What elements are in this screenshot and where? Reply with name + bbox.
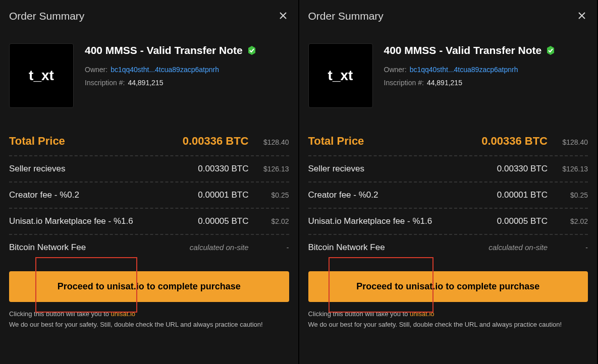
item-thumbnail: t_xt <box>308 43 373 108</box>
network-fee-row: Bitcoin Network Fee calculated on-site - <box>308 235 588 260</box>
creator-usd: $0.25 <box>559 191 588 199</box>
item-title-row: 400 MMSS - Valid Transfer Note <box>85 44 289 56</box>
item-info: 400 MMSS - Valid Transfer Note Owner: bc… <box>384 43 588 108</box>
network-label: Bitcoin Network Fee <box>9 242 190 253</box>
owner-address-link[interactable]: bc1qq40stht...4tcua89zacp6atpnrh <box>410 66 518 74</box>
proceed-button[interactable]: Proceed to unisat.io to complete purchas… <box>308 271 588 302</box>
market-label: Unisat.io Marketplace fee - %1.6 <box>9 216 198 226</box>
inscription-row: Inscription #: 44,891,215 <box>85 79 289 87</box>
total-usd: $128.40 <box>260 138 289 146</box>
svg-marker-1 <box>547 46 554 55</box>
market-btc: 0.00005 BTC <box>198 216 248 226</box>
creator-fee-row: Creator fee - %0.2 0.00001 BTC $0.25 <box>9 183 289 208</box>
panel-header: Order Summary <box>308 9 588 23</box>
close-icon <box>279 12 287 20</box>
inscription-number: 44,891,215 <box>427 79 462 87</box>
disclaimer-prefix: Clicking this button will take you to <box>9 310 111 318</box>
item-row: t_xt 400 MMSS - Valid Transfer Note Owne… <box>308 43 588 108</box>
total-usd: $128.40 <box>559 138 588 146</box>
network-usd: - <box>559 244 588 252</box>
network-note: calculated on-site <box>488 243 548 252</box>
seller-row: Seller recieves 0.00330 BTC $126.13 <box>308 156 588 181</box>
item-title-row: 400 MMSS - Valid Transfer Note <box>384 44 588 56</box>
seller-label: Seller recieves <box>308 164 497 174</box>
seller-label: Seller recieves <box>9 164 198 174</box>
owner-address-link[interactable]: bc1qq40stht...4tcua89zacp6atpnrh <box>111 66 219 74</box>
panel-header: Order Summary <box>9 9 289 23</box>
market-usd: $2.02 <box>260 217 289 225</box>
owner-label: Owner: <box>384 66 407 74</box>
close-button[interactable] <box>576 9 588 23</box>
network-note: calculated on-site <box>190 243 249 252</box>
verified-badge-icon <box>546 45 556 55</box>
item-title: 400 MMSS - Valid Transfer Note <box>85 44 243 56</box>
close-icon <box>578 12 586 20</box>
item-info: 400 MMSS - Valid Transfer Note Owner: bc… <box>85 43 289 108</box>
disclaimer-prefix: Clicking this button will take you to <box>308 310 410 318</box>
item-row: t_xt 400 MMSS - Valid Transfer Note Owne… <box>9 43 289 108</box>
item-title: 400 MMSS - Valid Transfer Note <box>384 44 542 56</box>
network-fee-row: Bitcoin Network Fee calculated on-site - <box>9 235 289 260</box>
order-summary-panel-right: Order Summary t_xt 400 MMSS - Valid Tran… <box>299 0 599 364</box>
total-price-row: Total Price 0.00336 BTC $128.40 <box>9 127 289 155</box>
owner-row: Owner: bc1qq40stht...4tcua89zacp6atpnrh <box>384 66 588 74</box>
proceed-wrap: Proceed to unisat.io to complete purchas… <box>9 271 289 302</box>
disclaimer-line2: We do our best for your safety. Still, d… <box>308 321 562 328</box>
inscription-number: 44,891,215 <box>128 79 163 87</box>
seller-usd: $126.13 <box>559 165 588 173</box>
close-button[interactable] <box>277 9 289 23</box>
total-label: Total Price <box>308 135 482 148</box>
inscription-row: Inscription #: 44,891,215 <box>384 79 588 87</box>
market-label: Unisat.io Marketplace fee - %1.6 <box>308 216 497 226</box>
svg-marker-0 <box>248 46 255 55</box>
inscription-label: Inscription #: <box>384 79 424 87</box>
creator-usd: $0.25 <box>260 191 289 199</box>
proceed-button[interactable]: Proceed to unisat.io to complete purchas… <box>9 271 289 302</box>
creator-btc: 0.00001 BTC <box>497 190 548 200</box>
panel-title: Order Summary <box>308 10 384 22</box>
seller-usd: $126.13 <box>260 165 289 173</box>
seller-btc: 0.00330 BTC <box>198 164 248 174</box>
marketplace-fee-row: Unisat.io Marketplace fee - %1.6 0.00005… <box>9 209 289 234</box>
item-thumbnail: t_xt <box>9 43 74 108</box>
market-btc: 0.00005 BTC <box>497 216 548 226</box>
order-summary-panel-left: Order Summary t_xt 400 MMSS - Valid Tran… <box>0 0 299 364</box>
disclaimer: Clicking this button will take you to un… <box>308 309 588 330</box>
seller-btc: 0.00330 BTC <box>497 164 548 174</box>
creator-btc: 0.00001 BTC <box>198 190 248 200</box>
disclaimer-line2: We do our best for your safety. Still, d… <box>9 321 263 328</box>
inscription-label: Inscription #: <box>85 79 125 87</box>
owner-label: Owner: <box>85 66 107 74</box>
seller-row: Seller recieves 0.00330 BTC $126.13 <box>9 156 289 181</box>
proceed-wrap: Proceed to unisat.io to complete purchas… <box>308 271 588 302</box>
owner-row: Owner: bc1qq40stht...4tcua89zacp6atpnrh <box>85 66 289 74</box>
panel-title: Order Summary <box>9 10 84 22</box>
total-btc: 0.00336 BTC <box>183 135 249 148</box>
marketplace-fee-row: Unisat.io Marketplace fee - %1.6 0.00005… <box>308 209 588 234</box>
creator-label: Creator fee - %0.2 <box>308 190 497 200</box>
total-price-row: Total Price 0.00336 BTC $128.40 <box>308 127 588 155</box>
network-label: Bitcoin Network Fee <box>308 242 489 253</box>
total-btc: 0.00336 BTC <box>481 135 548 148</box>
creator-label: Creator fee - %0.2 <box>9 190 198 200</box>
disclaimer-link[interactable]: unisat.io <box>111 310 135 318</box>
disclaimer-link[interactable]: unisat.io <box>410 310 434 318</box>
creator-fee-row: Creator fee - %0.2 0.00001 BTC $0.25 <box>308 183 588 208</box>
verified-badge-icon <box>247 45 257 55</box>
market-usd: $2.02 <box>559 217 588 225</box>
disclaimer: Clicking this button will take you to un… <box>9 309 289 330</box>
total-label: Total Price <box>9 135 183 148</box>
network-usd: - <box>260 244 289 252</box>
